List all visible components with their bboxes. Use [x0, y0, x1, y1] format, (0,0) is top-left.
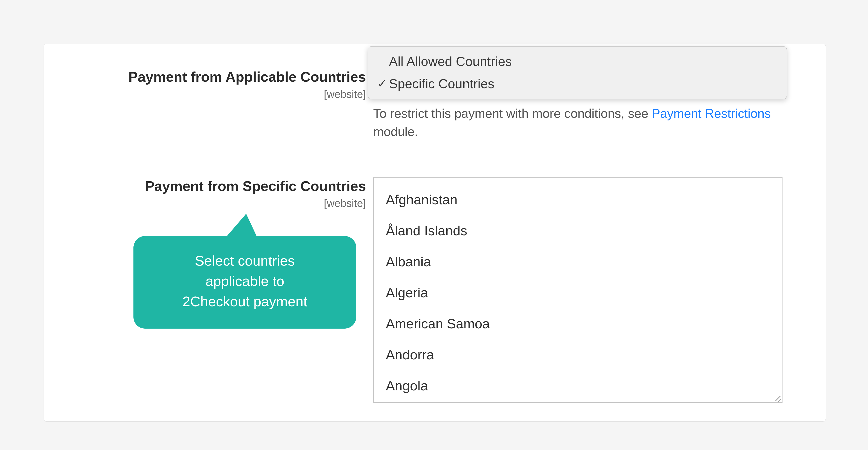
row-applicable-countries: Payment from Applicable Countries [websi…	[58, 54, 811, 141]
applicable-countries-dropdown[interactable]: ✓ All Allowed Countries ✓ Specific Count…	[368, 46, 787, 99]
country-option[interactable]: Algeria	[386, 277, 770, 308]
dropdown-option-all-allowed[interactable]: ✓ All Allowed Countries	[368, 51, 786, 73]
label-col: Payment from Applicable Countries [websi…	[58, 54, 373, 100]
help-text-suffix: module.	[373, 125, 418, 139]
dropdown-option-specific[interactable]: ✓ Specific Countries	[368, 73, 786, 95]
country-option[interactable]: Åland Islands	[386, 215, 770, 246]
country-option[interactable]: Afghanistan	[386, 184, 770, 215]
country-option[interactable]: Andorra	[386, 339, 770, 370]
callout-line: applicable to	[150, 271, 339, 291]
control-col: Afghanistan Åland Islands Albania Algeri…	[373, 175, 811, 403]
country-option[interactable]: Albania	[386, 246, 770, 277]
specific-countries-label: Payment from Specific Countries	[58, 177, 366, 195]
label-col: Payment from Specific Countries [website…	[58, 175, 373, 210]
applicable-countries-label: Payment from Applicable Countries	[58, 68, 366, 86]
checkmark-icon: ✓	[375, 74, 389, 93]
payment-restrictions-link[interactable]: Payment Restrictions	[652, 107, 771, 120]
help-text-prefix: To restrict this payment with more condi…	[373, 107, 652, 120]
row-specific-countries: Payment from Specific Countries [website…	[58, 175, 811, 403]
callout-line: 2Checkout payment	[150, 291, 339, 312]
specific-countries-multiselect[interactable]: Afghanistan Åland Islands Albania Algeri…	[373, 177, 782, 403]
dropdown-option-label: All Allowed Countries	[389, 51, 512, 72]
specific-countries-scope: [website]	[58, 197, 366, 209]
country-option[interactable]: American Samoa	[386, 308, 770, 339]
control-col: ✓ All Allowed Countries ✓ Specific Count…	[373, 54, 811, 141]
multiselect-options-container: Afghanistan Åland Islands Albania Algeri…	[374, 178, 782, 403]
applicable-countries-help: To restrict this payment with more condi…	[373, 104, 780, 141]
country-option[interactable]: Angola	[386, 370, 770, 401]
settings-panel: Payment from Applicable Countries [websi…	[43, 43, 826, 422]
callout-body: Select countries applicable to 2Checkout…	[133, 236, 356, 329]
help-callout: Select countries applicable to 2Checkout…	[133, 214, 356, 329]
applicable-countries-scope: [website]	[58, 88, 366, 100]
resize-handle-icon[interactable]	[774, 394, 781, 401]
callout-line: Select countries	[150, 250, 339, 271]
dropdown-option-label: Specific Countries	[389, 74, 494, 94]
